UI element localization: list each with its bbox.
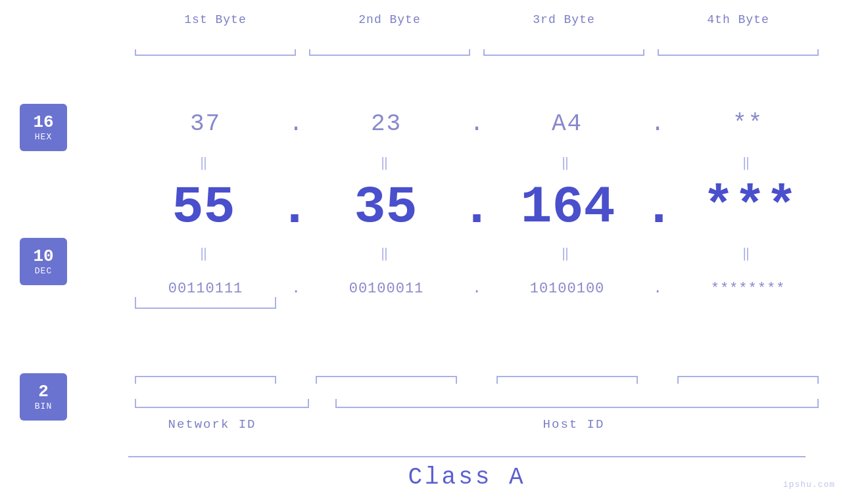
bin-row: 00110111 . 00100011 . 10100100 . *******…	[128, 265, 825, 311]
dec-byte3: 164	[493, 181, 643, 234]
bin-byte4: ********	[671, 281, 825, 297]
equals-row-1: ‖ ‖ ‖ ‖	[128, 152, 825, 172]
bin-dot1: .	[283, 281, 309, 297]
byte1-header: 1st Byte	[128, 13, 302, 26]
dec-byte2: 35	[310, 181, 461, 234]
eq1-b4: ‖	[671, 154, 825, 171]
byte4-header: 4th Byte	[651, 13, 825, 26]
bracket-byte1	[128, 49, 302, 61]
hex-byte3: A4	[490, 110, 644, 137]
bin-dot2: .	[464, 281, 490, 297]
byte3-header: 3rd Byte	[477, 13, 651, 26]
eq1-b2: ‖	[309, 154, 464, 171]
dec-dot3: .	[643, 178, 675, 238]
equals-row-2: ‖ ‖ ‖ ‖	[128, 243, 825, 263]
bracket-byte3	[477, 49, 651, 61]
base-labels: 16 HEX 10 DEC 2 BIN	[20, 97, 67, 469]
bin-name: BIN	[35, 401, 52, 411]
bracket-byte2	[302, 49, 477, 61]
hex-byte4: **	[671, 110, 825, 137]
bin-byte2: 00100011	[309, 281, 464, 297]
bracket-byte4	[651, 49, 825, 61]
byte2-header: 2nd Byte	[302, 13, 477, 26]
hex-row: 37 . 23 . A4 . **	[128, 97, 825, 150]
hex-name: HEX	[35, 132, 52, 142]
dec-badge: 10 DEC	[20, 238, 67, 285]
eq2-b4: ‖	[671, 245, 825, 262]
dec-dot2: .	[461, 178, 493, 238]
bin-byte3: 10100100	[490, 281, 644, 297]
hex-dot3: .	[644, 110, 671, 137]
hex-byte1: 37	[128, 110, 283, 137]
eq2-b3: ‖	[490, 245, 644, 262]
hex-dot1: .	[283, 110, 309, 137]
dec-num: 10	[33, 247, 53, 266]
byte-headers: 1st Byte 2nd Byte 3rd Byte 4th Byte	[128, 13, 825, 26]
class-section: Class A	[128, 456, 806, 491]
id-labels-section: Network ID Host ID	[128, 399, 825, 432]
bin-badge: 2 BIN	[20, 373, 67, 421]
hex-byte2: 23	[309, 110, 464, 137]
dec-byte1: 55	[128, 181, 279, 234]
bin-dot3: .	[644, 281, 671, 297]
eq1-b3: ‖	[490, 154, 644, 171]
dec-dot1: .	[279, 178, 310, 238]
dec-row: 55 . 35 . 164 . ***	[128, 175, 825, 241]
rows-container: 37 . 23 . A4 . ** ‖ ‖	[128, 92, 825, 311]
eq2-b1: ‖	[128, 245, 283, 262]
hex-num: 16	[33, 113, 53, 132]
eq1-b1: ‖	[128, 154, 283, 171]
hex-badge: 16 HEX	[20, 104, 67, 151]
bin-byte1: 00110111	[128, 281, 283, 297]
eq2-b2: ‖	[309, 245, 464, 262]
watermark: ipshu.com	[783, 480, 835, 490]
bin-num: 2	[38, 382, 49, 401]
host-id-label: Host ID	[322, 417, 825, 432]
class-divider	[128, 456, 806, 457]
hex-dot2: .	[464, 110, 490, 137]
dec-name: DEC	[35, 266, 52, 276]
class-label: Class A	[128, 464, 806, 491]
main-container: 1st Byte 2nd Byte 3rd Byte 4th Byte 16 H…	[0, 0, 845, 504]
dec-byte4: ***	[675, 181, 825, 234]
bin-bottom-brackets	[128, 376, 825, 389]
top-brackets	[128, 49, 825, 61]
network-id-label: Network ID	[128, 417, 296, 432]
